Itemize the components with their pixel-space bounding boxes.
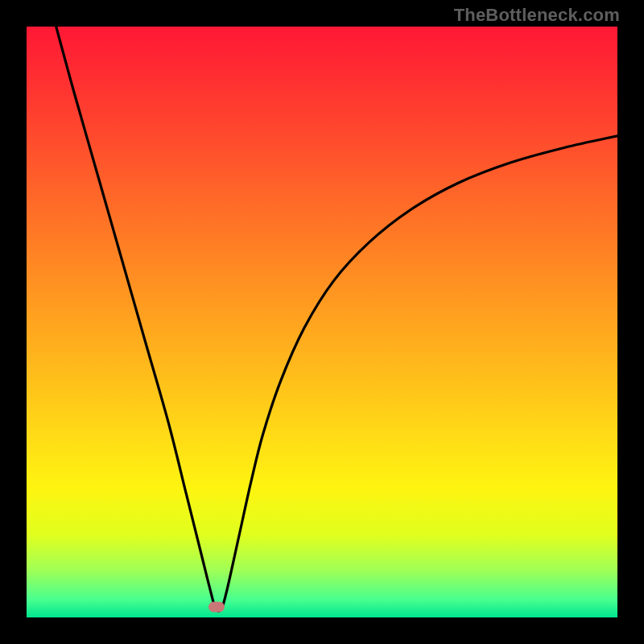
chart-container: TheBottleneck.com bbox=[0, 0, 644, 644]
curve-layer bbox=[27, 27, 617, 617]
watermark-text: TheBottleneck.com bbox=[454, 5, 620, 26]
bottleneck-curve bbox=[56, 27, 617, 611]
plot-area bbox=[27, 27, 617, 617]
minimum-marker bbox=[208, 601, 225, 612]
